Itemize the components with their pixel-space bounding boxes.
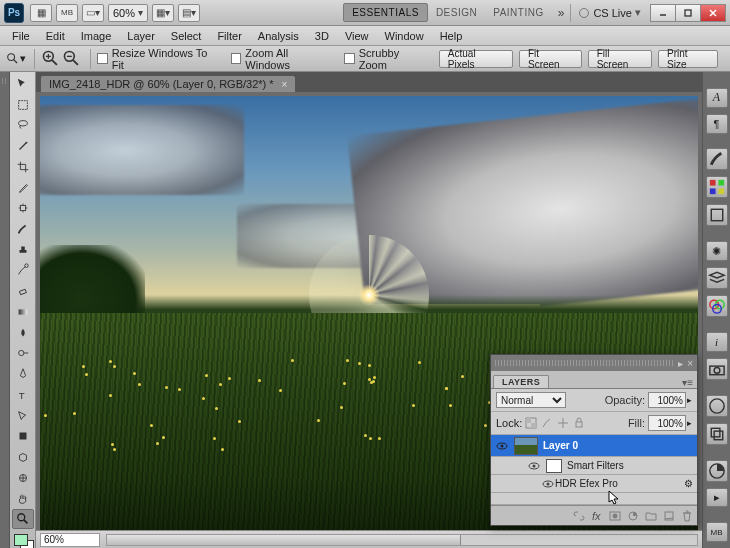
styles-panel-icon[interactable] <box>706 204 728 226</box>
layer-style-icon[interactable]: fx <box>591 510 603 522</box>
panel-drag-handle[interactable] <box>495 360 674 366</box>
link-layers-icon[interactable] <box>573 510 585 522</box>
paragraph-icon[interactable]: ¶ <box>706 114 728 134</box>
layers-panel-icon[interactable] <box>706 267 728 289</box>
zoom-dropdown[interactable]: 60% ▾ <box>108 4 148 22</box>
visibility-toggle[interactable] <box>527 460 541 472</box>
extras-icon[interactable]: ▤▾ <box>178 4 200 22</box>
menu-select[interactable]: Select <box>163 28 210 44</box>
color-panel-icon[interactable] <box>706 395 728 417</box>
mini-bridge-icon[interactable]: MB <box>56 4 78 22</box>
marquee-tool[interactable] <box>12 95 34 115</box>
workspace-tab-essentials[interactable]: ESSENTIALS <box>343 3 428 22</box>
horizontal-scrollbar[interactable] <box>106 534 698 546</box>
channels-panel-icon[interactable] <box>706 295 728 317</box>
blur-tool[interactable] <box>12 323 34 343</box>
delete-layer-icon[interactable] <box>681 510 693 522</box>
adjustments-panel-icon[interactable] <box>706 460 728 482</box>
layer-row-layer0[interactable]: Layer 0 <box>491 435 697 457</box>
swatches-panel-icon[interactable] <box>706 176 728 198</box>
gradient-tool[interactable] <box>12 302 34 322</box>
document-tab[interactable]: IMG_2418_HDR @ 60% (Layer 0, RGB/32*) *× <box>40 75 296 92</box>
adjustment-layer-icon[interactable] <box>627 510 639 522</box>
visibility-toggle[interactable] <box>495 440 509 452</box>
crop-tool[interactable] <box>12 157 34 177</box>
more-workspaces-icon[interactable]: » <box>558 6 565 20</box>
dodge-tool[interactable] <box>12 344 34 364</box>
menu-analysis[interactable]: Analysis <box>250 28 307 44</box>
menu-edit[interactable]: Edit <box>38 28 73 44</box>
brush-panel-icon[interactable] <box>706 148 728 170</box>
zoom-in-icon[interactable] <box>41 50 61 68</box>
layer-name[interactable]: Layer 0 <box>543 440 578 451</box>
clone-panel-icon[interactable] <box>706 423 728 445</box>
workspace-tab-painting[interactable]: PAINTING <box>485 4 551 21</box>
3d-tool[interactable] <box>12 447 34 467</box>
fit-screen-button[interactable]: Fit Screen <box>519 50 582 68</box>
shape-tool[interactable] <box>12 426 34 446</box>
lock-transparent-icon[interactable] <box>525 417 537 429</box>
stamp-tool[interactable] <box>12 240 34 260</box>
filter-entry-hdr[interactable]: HDR Efex Pro ⚙ <box>491 475 697 493</box>
print-size-button[interactable]: Print Size <box>658 50 718 68</box>
opacity-input[interactable]: 100% <box>648 392 686 408</box>
menu-3d[interactable]: 3D <box>307 28 337 44</box>
camera-panel-icon[interactable] <box>706 358 728 380</box>
lock-pixels-icon[interactable] <box>541 417 553 429</box>
cs-live-button[interactable]: CS Live ▾ <box>579 6 641 19</box>
star-icon[interactable]: ✺ <box>706 241 728 261</box>
pen-tool[interactable] <box>12 364 34 384</box>
hand-tool[interactable] <box>12 489 34 509</box>
path-tool[interactable] <box>12 406 34 426</box>
actual-pixels-button[interactable]: Actual Pixels <box>439 50 513 68</box>
color-swatches[interactable] <box>14 534 32 548</box>
close-tab-icon[interactable]: × <box>282 79 288 90</box>
fill-input[interactable]: 100% <box>648 415 686 431</box>
close-button[interactable] <box>700 4 726 22</box>
scrubby-zoom-checkbox[interactable]: Scrubby Zoom <box>344 47 429 71</box>
zoom-tool[interactable] <box>12 509 34 529</box>
brush-tool[interactable] <box>12 219 34 239</box>
workspace-tab-design[interactable]: DESIGN <box>428 4 485 21</box>
3d-camera-tool[interactable] <box>12 468 34 488</box>
eyedropper-tool[interactable] <box>12 178 34 198</box>
history-brush-tool[interactable] <box>12 261 34 281</box>
menu-help[interactable]: Help <box>432 28 471 44</box>
minimize-button[interactable] <box>650 4 676 22</box>
fill-screen-button[interactable]: Fill Screen <box>588 50 652 68</box>
menu-file[interactable]: File <box>4 28 38 44</box>
zoom-all-checkbox[interactable]: Zoom All Windows <box>231 47 334 71</box>
lock-all-icon[interactable] <box>573 417 585 429</box>
zoom-out-icon[interactable] <box>62 50 82 68</box>
maximize-button[interactable] <box>675 4 701 22</box>
character-icon[interactable]: A <box>706 88 728 108</box>
arrange-icon[interactable]: ▦▾ <box>152 4 174 22</box>
actions-panel-icon[interactable]: ▸ <box>706 488 728 508</box>
magic-wand-tool[interactable] <box>12 136 34 156</box>
menu-layer[interactable]: Layer <box>119 28 163 44</box>
type-tool[interactable]: T <box>12 385 34 405</box>
menu-image[interactable]: Image <box>73 28 120 44</box>
resize-windows-checkbox[interactable]: Resize Windows To Fit <box>97 47 221 71</box>
collapse-panel-icon[interactable]: ▸ <box>678 358 683 369</box>
lock-position-icon[interactable] <box>557 417 569 429</box>
group-icon[interactable] <box>645 510 657 522</box>
move-tool[interactable] <box>12 74 34 94</box>
new-layer-icon[interactable] <box>663 510 675 522</box>
zoom-input[interactable]: 60% <box>40 533 100 547</box>
screen-mode-icon[interactable]: ▭▾ <box>82 4 104 22</box>
filter-options-icon[interactable]: ⚙ <box>684 478 693 489</box>
eraser-tool[interactable] <box>12 281 34 301</box>
mb-panel-icon[interactable]: MB <box>706 522 728 542</box>
left-dock-strip[interactable] <box>0 72 10 548</box>
bridge-icon[interactable]: ▦ <box>30 4 52 22</box>
layer-thumbnail[interactable] <box>514 437 538 455</box>
layer-mask-icon[interactable] <box>609 510 621 522</box>
healing-tool[interactable] <box>12 198 34 218</box>
close-panel-icon[interactable]: × <box>687 358 693 369</box>
menu-window[interactable]: Window <box>377 28 432 44</box>
menu-filter[interactable]: Filter <box>209 28 249 44</box>
menu-view[interactable]: View <box>337 28 377 44</box>
blend-mode-select[interactable]: Normal <box>496 392 566 408</box>
smart-filters-row[interactable]: Smart Filters <box>491 457 697 475</box>
